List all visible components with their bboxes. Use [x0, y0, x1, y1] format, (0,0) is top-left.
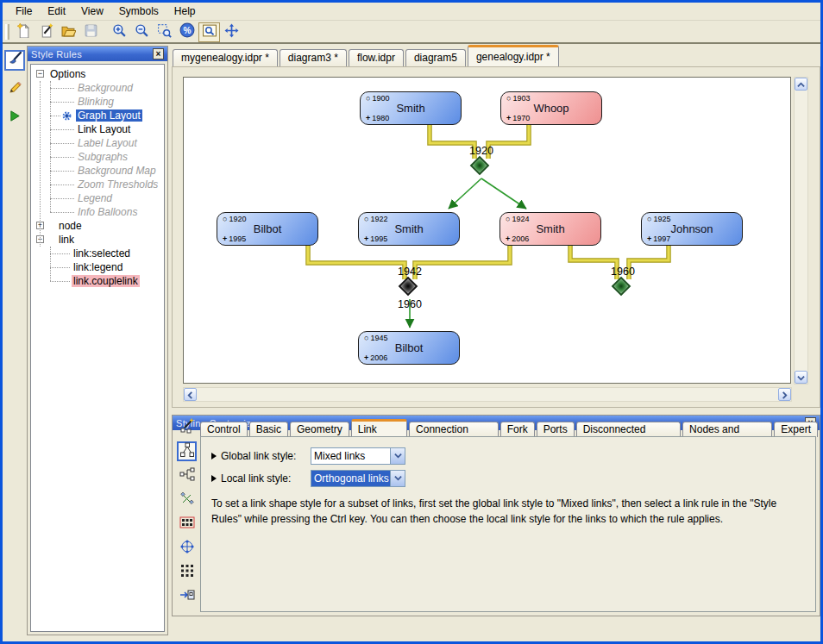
death-icon: +	[647, 234, 651, 243]
tree-item-graph-layout[interactable]: Graph Layout	[31, 109, 164, 122]
wand-icon	[39, 23, 53, 41]
person-name: Johnson	[642, 222, 742, 235]
tree-guide-line	[50, 81, 51, 212]
tree-item-link-layout[interactable]: Link Layout	[31, 122, 164, 136]
person-node-johnson-1925[interactable]: ○1925Johnson+1997	[641, 212, 743, 246]
tab-connection-style[interactable]: Connection style	[409, 422, 499, 437]
person-node-bilbot-1945[interactable]: ○1945Bilbot+2006	[358, 331, 460, 365]
toolbar-grip[interactable]	[5, 24, 9, 40]
combo-global-link-style[interactable]: Mixed links	[311, 447, 405, 465]
tab-genealogy-idpr[interactable]: genealogy.idpr *	[468, 45, 559, 66]
scroll-up-button[interactable]	[795, 78, 807, 91]
tab-expert[interactable]: Expert	[774, 422, 818, 437]
menu-edit[interactable]: Edit	[40, 3, 73, 19]
tab-basic[interactable]: Basic	[249, 422, 288, 437]
menu-help[interactable]: Help	[166, 3, 204, 19]
tree-item-link-selected[interactable]: link:selected	[31, 247, 164, 260]
tree-item-blinking[interactable]: Blinking	[31, 95, 164, 109]
person-node-bilbot-1920[interactable]: ○1920Bilbot+1995	[217, 212, 318, 246]
person-node-smith-1922[interactable]: ○1922Smith+1995	[358, 212, 460, 246]
horizontal-scrollbar[interactable]	[183, 387, 792, 402]
tree-item-options[interactable]: −Options	[31, 67, 164, 81]
style-rules-titlebar: Style Rules ×	[28, 47, 167, 61]
pan-button[interactable]	[221, 22, 242, 42]
tree-item-label: Label Layout	[76, 137, 139, 149]
tree-item-label: link:selected	[72, 247, 132, 259]
diagram-canvas[interactable]: ○1900Smith+1980○1903Whoop+1970○1920Bilbo…	[183, 77, 791, 384]
pan-icon	[224, 23, 239, 41]
circular-layout-button[interactable]	[177, 538, 197, 558]
tree-item-node[interactable]: +node	[31, 219, 164, 233]
chevron-down-icon[interactable]	[390, 471, 405, 486]
tree-item-label-layout[interactable]: Label Layout	[31, 136, 164, 150]
person-node-smith-1924[interactable]: ○1924Smith+2006	[499, 212, 601, 246]
tab-mygenealogy-idpr[interactable]: mygenealogy.idpr *	[173, 49, 278, 66]
person-name: Whoop	[501, 102, 601, 115]
combo-local-link-style[interactable]: Orthogonal links	[311, 470, 405, 487]
tab-control[interactable]: Control	[200, 422, 248, 437]
new-document-button[interactable]	[13, 22, 35, 42]
tree-item-link[interactable]: −link	[31, 233, 164, 247]
tab-ports[interactable]: Ports	[537, 422, 575, 437]
circular-layout-icon	[179, 539, 195, 558]
person-node-whoop-1903[interactable]: ○1903Whoop+1970	[500, 91, 602, 125]
import-layout-button[interactable]	[177, 586, 197, 606]
scroll-down-button[interactable]	[795, 371, 807, 384]
tab-nodes-and-links[interactable]: Nodes and Links	[682, 422, 772, 437]
zoom-percent-button[interactable]: %	[176, 22, 198, 42]
customizer-wand-button[interactable]	[177, 417, 197, 437]
overview-icon	[202, 23, 217, 41]
tab-diagram3[interactable]: diagram3 *	[280, 49, 347, 66]
vertical-scrollbar[interactable]	[794, 77, 808, 385]
tree-item-link-legend[interactable]: link:legend	[31, 260, 164, 274]
tree-item-legend[interactable]: Legend	[31, 191, 164, 205]
tree-collapse-icon[interactable]: −	[36, 70, 44, 78]
swimlane-layout-button[interactable]	[177, 514, 197, 534]
close-icon[interactable]: ×	[153, 48, 164, 59]
child-link[interactable]	[481, 178, 526, 209]
fork-layout-icon	[179, 442, 195, 461]
style-brush-button[interactable]	[4, 50, 25, 71]
tab-link-style[interactable]: Link style	[351, 419, 407, 437]
overview-button[interactable]	[198, 22, 220, 42]
save-button[interactable]	[80, 22, 102, 42]
zoom-in-button[interactable]	[109, 22, 130, 42]
tree-layout-button[interactable]	[177, 441, 197, 461]
main-toolbar: %	[3, 22, 820, 44]
tree-item-subgraphs[interactable]: Subgraphs	[31, 150, 164, 164]
styling-customizer-panel: Styling Customizer × ControlBasicGeometr…	[172, 415, 820, 616]
zoom-area-button[interactable]	[154, 22, 175, 42]
gear-icon	[62, 111, 72, 123]
tree-item-label: Zoom Thresholds	[76, 178, 160, 191]
link-routing-button[interactable]	[177, 490, 197, 510]
menu-file[interactable]: File	[8, 3, 40, 19]
wand-small-icon	[179, 418, 195, 437]
person-node-smith-1900[interactable]: ○1900Smith+1980	[360, 91, 462, 125]
tree-item-link-couplelink[interactable]: link.couplelink	[31, 274, 164, 288]
tab-disconnected-graph[interactable]: Disconnected graph	[576, 422, 681, 437]
tab-diagram5[interactable]: diagram5	[405, 49, 466, 66]
scroll-left-button[interactable]	[184, 388, 197, 401]
tree-item-zoom-thresholds[interactable]: Zoom Thresholds	[31, 178, 164, 191]
chevron-down-icon[interactable]	[390, 448, 405, 464]
run-button[interactable]	[4, 107, 25, 128]
styling-wizard-button[interactable]	[35, 22, 57, 42]
tab-fork[interactable]: Fork	[500, 422, 535, 437]
scroll-right-button[interactable]	[778, 388, 791, 401]
tree-item-background-map[interactable]: Background Map	[31, 164, 164, 178]
zoom-out-button[interactable]	[131, 22, 153, 42]
tab-geometry[interactable]: Geometry	[290, 422, 349, 437]
hierarchical-layout-button[interactable]	[177, 466, 197, 485]
grid-layout-button[interactable]	[177, 562, 197, 582]
edit-pencil-button[interactable]	[4, 78, 25, 99]
tree-item-info-balloons[interactable]: Info Balloons	[31, 205, 164, 219]
tree-branch-line	[50, 212, 74, 213]
zoom-area-icon	[157, 23, 172, 41]
tab-flow-idpr[interactable]: flow.idpr	[349, 49, 404, 66]
chev-left-icon	[186, 387, 194, 403]
child-link[interactable]	[449, 178, 481, 209]
tree-item-background[interactable]: Background	[31, 81, 164, 95]
menu-view[interactable]: View	[73, 3, 111, 19]
open-button[interactable]	[58, 22, 79, 42]
menu-symbols[interactable]: Symbols	[111, 3, 166, 19]
